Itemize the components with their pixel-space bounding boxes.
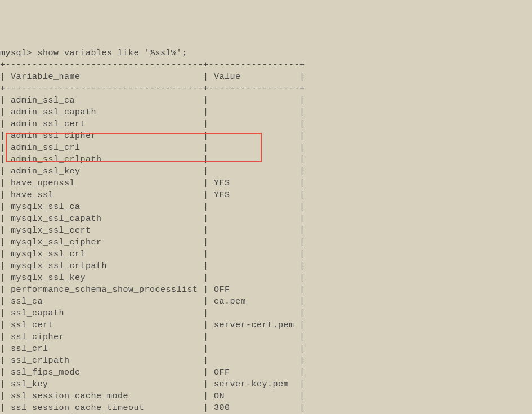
table-row: | ssl_session_cache_timeout | 300 | — [0, 403, 305, 413]
table-row: | mysqlx_ssl_cert | | — [0, 226, 305, 235]
table-row: | ssl_key | server-key.pem | — [0, 380, 305, 389]
table-row: | ssl_fips_mode | OFF | — [0, 368, 305, 377]
table-row: | ssl_session_cache_mode | ON | — [0, 391, 305, 401]
table-row: | mysqlx_ssl_ca | | — [0, 202, 305, 212]
table-row: | admin_ssl_key | | — [0, 167, 305, 176]
table-row: | admin_ssl_cert | | — [0, 119, 305, 129]
table-row: | have_ssl | YES | — [0, 190, 305, 200]
table-row: | mysqlx_ssl_key | | — [0, 273, 305, 283]
table-row: | admin_ssl_crlpath | | — [0, 155, 305, 164]
table-border-mid: +-------------------------------------+-… — [0, 84, 305, 94]
table-row: | ssl_cert | server-cert.pem | — [0, 320, 305, 330]
terminal-output: mysql> show variables like '%ssl%'; +---… — [0, 47, 532, 414]
table-row: | ssl_ca | ca.pem | — [0, 297, 305, 306]
table-row: | admin_ssl_cipher | | — [0, 131, 305, 141]
table-row: | mysqlx_ssl_capath | | — [0, 214, 305, 224]
table-row: | admin_ssl_crl | | — [0, 143, 305, 153]
table-row: | ssl_cipher | | — [0, 332, 305, 342]
table-row: | admin_ssl_capath | | — [0, 108, 305, 117]
table-row: | have_openssl | YES | — [0, 179, 305, 188]
table-row: | performance_schema_show_processlist | … — [0, 285, 305, 295]
table-border-top: +-------------------------------------+-… — [0, 60, 305, 70]
table-row: | ssl_capath | | — [0, 309, 305, 318]
table-row: | mysqlx_ssl_crl | | — [0, 250, 305, 259]
command-line: mysql> show variables like '%ssl%'; — [0, 48, 187, 58]
table-row: | mysqlx_ssl_cipher | | — [0, 238, 305, 247]
table-row: | admin_ssl_ca | | — [0, 96, 305, 105]
table-header-row: | Variable_name | Value | — [0, 72, 305, 82]
table-row: | ssl_crlpath | | — [0, 356, 305, 366]
table-row: | mysqlx_ssl_crlpath | | — [0, 261, 305, 271]
table-row: | ssl_crl | | — [0, 344, 305, 354]
